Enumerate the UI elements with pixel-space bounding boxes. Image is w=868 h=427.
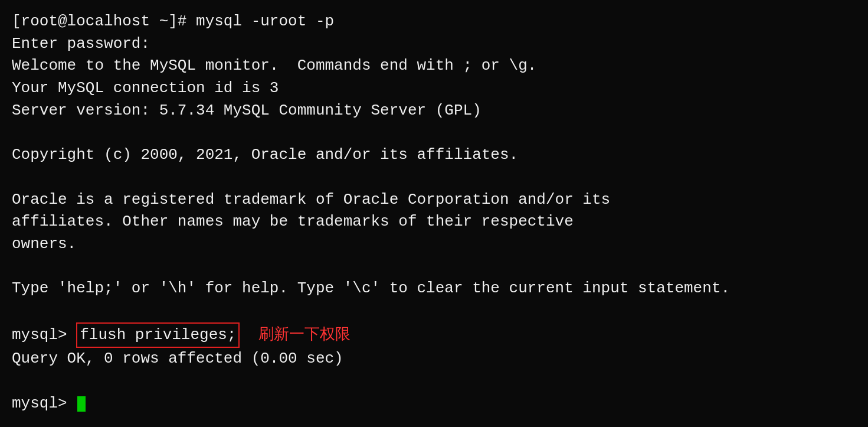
blank-line-2 — [12, 167, 856, 189]
terminal-line-1: [root@localhost ~]# mysql -uroot -p — [12, 11, 856, 33]
blank-line-3 — [12, 256, 856, 278]
command-prompt-line: mysql> flush privileges; 刷新一下权限 — [12, 322, 856, 348]
final-mysql-prompt: mysql> — [12, 393, 76, 415]
terminal-line-6: Copyright (c) 2000, 2021, Oracle and/or … — [12, 144, 856, 167]
terminal-line-7: Oracle is a registered trademark of Orac… — [12, 189, 856, 211]
final-prompt-line: mysql> — [12, 393, 856, 415]
query-result: Query OK, 0 rows affected (0.00 sec) — [12, 348, 856, 370]
mysql-prompt: mysql> — [12, 324, 76, 347]
terminal-line-8: affiliates. Other names may be trademark… — [12, 211, 856, 233]
command-annotation: 刷新一下权限 — [258, 324, 351, 347]
cursor-block — [77, 396, 86, 412]
blank-line-4 — [12, 300, 856, 322]
terminal-line-3: Welcome to the MySQL monitor. Commands e… — [12, 55, 856, 77]
terminal-line-4: Your MySQL connection id is 3 — [12, 77, 856, 100]
terminal-line-2: Enter password: — [12, 33, 856, 56]
blank-line-5 — [12, 370, 856, 393]
blank-line-1 — [12, 122, 856, 144]
terminal-line-5: Server version: 5.7.34 MySQL Community S… — [12, 100, 856, 122]
command-text: flush privileges; — [76, 322, 240, 348]
terminal-window: [root@localhost ~]# mysql -uroot -p Ente… — [0, 0, 868, 427]
terminal-line-10: Type 'help;' or '\h' for help. Type '\c'… — [12, 278, 856, 300]
terminal-line-9: owners. — [12, 233, 856, 256]
